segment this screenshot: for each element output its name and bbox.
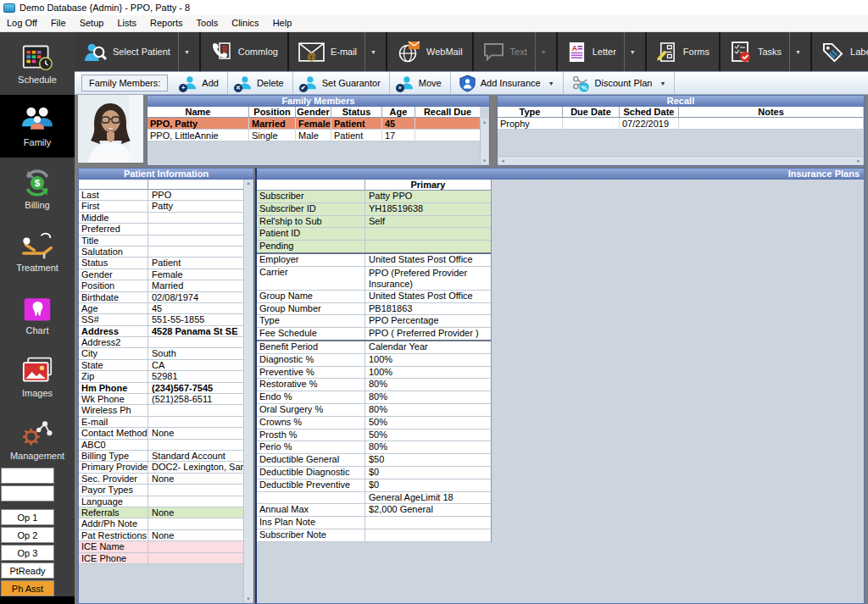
sidebar-item-treatment[interactable]: Treatment	[0, 220, 75, 283]
webmail-button[interactable]: WebMail	[387, 32, 474, 71]
family-members-scrollbar[interactable]: ▲▼	[480, 119, 488, 164]
patient-info-row[interactable]: Wireless Ph	[79, 405, 244, 416]
insurance-row[interactable]: Subscriber Patty PPO	[257, 191, 491, 203]
scroll-left-icon[interactable]: ◄	[500, 158, 505, 163]
insurance-row[interactable]: Patient ID	[257, 228, 491, 241]
patient-info-row[interactable]: Hm Phone (234)567-7545	[79, 383, 244, 394]
insurance-row[interactable]: Perio % 80%	[257, 441, 491, 454]
recall-scrollbar[interactable]: ◄►	[498, 156, 863, 164]
patient-info-scrollbar[interactable]: ▲▼	[243, 180, 253, 602]
operatory-button[interactable]: Ph Asst	[1, 580, 54, 596]
chevron-down-icon[interactable]: ▼	[548, 80, 554, 86]
scroll-down-icon[interactable]: ▼	[246, 596, 251, 601]
family-member-row[interactable]: PPO, Patty Married Female Patient 45	[147, 118, 480, 130]
operatory-button[interactable]	[1, 468, 54, 484]
insurance-row[interactable]: Group Number PB181863	[257, 303, 491, 316]
insurance-row[interactable]: Deductible Diagnostic $0	[257, 467, 491, 479]
menu-item[interactable]: File	[44, 15, 73, 31]
add-insurance-button[interactable]: Add Insurance ▼	[451, 72, 564, 94]
patient-info-row[interactable]: Status Patient	[79, 258, 244, 269]
patient-info-row[interactable]: Salutation	[79, 247, 244, 258]
chevron-down-icon[interactable]: ▼	[364, 32, 376, 71]
patient-info-row[interactable]: Preferred	[79, 224, 244, 235]
discount-plan-button[interactable]: % Discount Plan ▼	[564, 72, 676, 94]
forms-button[interactable]: Forms	[647, 32, 721, 71]
scroll-up-icon[interactable]: ▲	[246, 180, 251, 186]
sidebar-item-chart[interactable]: Chart	[0, 283, 75, 346]
chevron-down-icon[interactable]: ▼	[624, 32, 636, 71]
insurance-row[interactable]: Pending	[257, 241, 491, 254]
insurance-row[interactable]: Deductible General $50	[257, 454, 491, 467]
patient-info-row[interactable]: E-mail	[79, 417, 244, 428]
insurance-row[interactable]: Employer United States Post Office	[257, 254, 491, 267]
patient-photo[interactable]	[78, 95, 143, 163]
operatory-button[interactable]: Op 3	[1, 545, 54, 561]
patient-info-row[interactable]: ICE Name	[79, 541, 244, 552]
patient-info-row[interactable]: Age 45	[79, 303, 244, 314]
patient-info-row[interactable]: SS# 551-55-1855	[79, 314, 244, 325]
patient-info-row[interactable]: ICE Phone	[79, 553, 244, 564]
insurance-row[interactable]: Type PPO Percentage	[257, 315, 491, 328]
sidebar-item-family[interactable]: Family	[0, 95, 75, 158]
insurance-row[interactable]: Ins Plan Note	[257, 517, 491, 529]
patient-info-row[interactable]: Zip 52981	[79, 371, 244, 382]
insurance-row[interactable]: Prosth % 50%	[257, 429, 491, 442]
patient-info-row[interactable]: Wk Phone (521)258-6511	[79, 394, 244, 405]
sidebar-item-images[interactable]: Images	[0, 346, 75, 408]
patient-info-row[interactable]: Birthdate 02/08/1974	[79, 292, 244, 303]
insurance-row[interactable]: Oral Surgery % 80%	[257, 404, 491, 417]
menu-item[interactable]: Lists	[110, 15, 143, 31]
patient-info-row[interactable]: Middle	[79, 213, 244, 224]
patient-info-row[interactable]: Address 4528 Panama St SE	[79, 326, 244, 337]
add-family-member-button[interactable]: + Add	[173, 72, 228, 94]
family-member-row[interactable]: PPO, LittleAnnie Single Male Patient 17	[147, 130, 480, 141]
recall-row[interactable]: Prophy 07/22/2019	[498, 118, 863, 130]
patient-info-row[interactable]: Addr/Ph Note	[79, 518, 244, 529]
letter-button[interactable]: A Letter ▼	[558, 32, 647, 71]
sidebar-item-schedule[interactable]: Schedule	[0, 32, 75, 95]
patient-info-row[interactable]: Language	[79, 496, 244, 507]
patient-info-row[interactable]: Position Married	[79, 280, 244, 291]
label-button[interactable]: Label ▼	[812, 32, 868, 71]
patient-info-row[interactable]: Gender Female	[79, 269, 244, 280]
insurance-row[interactable]: Diagnostic % 100%	[257, 354, 491, 367]
chevron-down-icon[interactable]: ▼	[535, 32, 547, 71]
menu-item[interactable]: Reports	[143, 15, 190, 31]
patient-info-row[interactable]: Address2	[79, 337, 244, 348]
patient-info-row[interactable]: Pat Restrictions None	[79, 530, 244, 541]
patient-info-row[interactable]: ABC0	[79, 440, 244, 451]
text-button[interactable]: Text ▼	[474, 32, 558, 71]
patient-info-row[interactable]: Last PPO	[79, 190, 244, 201]
chevron-down-icon[interactable]: ▼	[789, 32, 801, 71]
insurance-row[interactable]: Preventive % 100%	[257, 367, 491, 380]
tasks-button[interactable]: Tasks ▼	[721, 32, 812, 71]
delete-family-member-button[interactable]: ✕ Delete	[228, 72, 293, 94]
insurance-row[interactable]: Rel'ship to Sub Self	[257, 216, 491, 229]
patient-info-row[interactable]: Title	[79, 236, 244, 247]
patient-info-row[interactable]: Referrals None	[79, 507, 244, 518]
insurance-row[interactable]: Endo % 80%	[257, 391, 491, 404]
insurance-row[interactable]: Annual Max $2,000 General	[257, 504, 491, 517]
sidebar-item-management[interactable]: Management	[0, 408, 75, 471]
operatory-button[interactable]: PtReady	[1, 562, 54, 579]
set-guarantor-button[interactable]: ✔ Set Guarantor	[293, 72, 390, 94]
insurance-row[interactable]: Fee Schedule PPO ( Preferred Provider )	[257, 328, 491, 341]
scroll-right-icon[interactable]: ►	[856, 158, 861, 163]
email-button[interactable]: @ E-mail ▼	[289, 32, 387, 71]
patient-info-row[interactable]: Sec. Provider None	[79, 474, 244, 485]
patient-info-row[interactable]: Contact Method None	[79, 428, 244, 439]
menu-item[interactable]: Tools	[190, 15, 225, 31]
insurance-row[interactable]: Benefit Period Calendar Year	[257, 341, 491, 354]
move-family-member-button[interactable]: » Move	[390, 72, 451, 94]
patient-info-row[interactable]: Payor Types	[79, 485, 244, 496]
patient-info-row[interactable]: City South	[79, 348, 244, 359]
sidebar-item-billing[interactable]: $ Billing	[0, 158, 75, 220]
operatory-button[interactable]	[1, 485, 54, 501]
menu-item[interactable]: Log Off	[0, 15, 44, 31]
scroll-down-icon[interactable]: ▼	[482, 158, 487, 163]
operatory-button[interactable]: Op 1	[1, 509, 54, 525]
insurance-row[interactable]: Carrier PPO (Prefered Provider Insurance…	[257, 267, 491, 291]
patient-info-row[interactable]: State CA	[79, 360, 244, 371]
menu-item[interactable]: Clinics	[225, 15, 265, 31]
insurance-row[interactable]: General AgeLimit 18	[257, 492, 491, 505]
